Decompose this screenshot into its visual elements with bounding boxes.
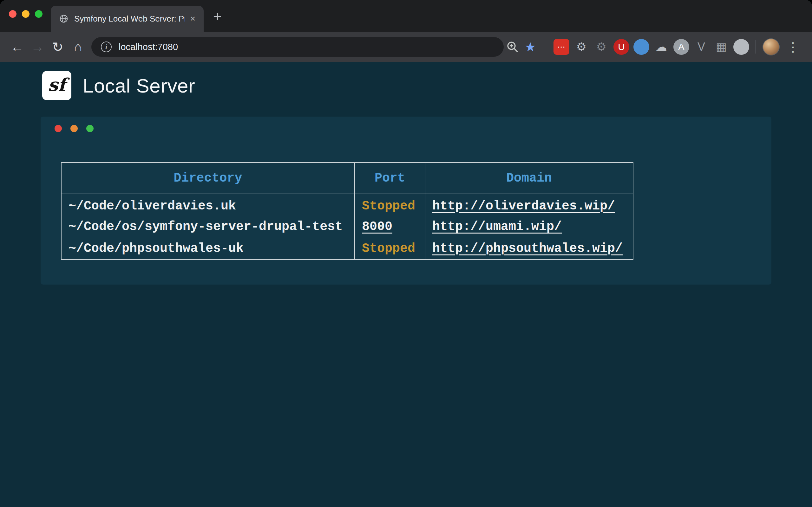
red-dot-icon <box>55 125 62 132</box>
column-header-port: Port <box>355 163 425 194</box>
table-row: ~/Code/phpsouthwales-uk Stopped http://p… <box>61 238 633 260</box>
site-info-icon[interactable]: i <box>101 42 112 52</box>
servers-table: Directory Port Domain ~/Code/oliverdavie… <box>61 162 633 260</box>
directory-cell: ~/Code/os/symfony-server-drupal-test <box>68 220 343 234</box>
globe-favicon-icon <box>59 14 68 23</box>
profile-avatar[interactable] <box>763 38 780 55</box>
gear-icon[interactable]: ⚙ <box>573 39 589 55</box>
domain-link[interactable]: http://umami.wip/ <box>432 220 562 234</box>
letter-a-extension-icon[interactable]: A <box>673 39 689 55</box>
orange-dot-icon <box>70 125 78 132</box>
reload-icon[interactable]: ↻ <box>48 37 68 57</box>
symfony-logo-glyph: sf <box>48 74 66 95</box>
table-header-row: Directory Port Domain <box>61 163 633 194</box>
toolbar-divider <box>756 40 756 54</box>
directory-cell: ~/Code/phpsouthwales-uk <box>68 241 244 256</box>
tab-close-icon[interactable]: × <box>190 14 195 23</box>
domain-link[interactable]: http://phpsouthwales.wip/ <box>432 241 623 256</box>
page-title: Local Server <box>83 74 195 97</box>
address-bar[interactable]: i localhost:7080 <box>91 37 504 57</box>
column-header-domain: Domain <box>425 163 633 194</box>
browser-tab[interactable]: Symfony Local Web Server: Prox × <box>51 6 204 32</box>
port-link[interactable]: 8000 <box>362 220 392 234</box>
browser-window: Symfony Local Web Server: Prox × + ← → ↻… <box>0 0 812 507</box>
forward-icon[interactable]: → <box>27 37 48 57</box>
symfony-logo: sf <box>42 71 71 100</box>
page-content: sf Local Server Directory Port Domain <box>0 62 812 507</box>
browser-menu-icon[interactable]: ⋮ <box>786 40 799 54</box>
server-panel: Directory Port Domain ~/Code/oliverdavie… <box>41 117 771 285</box>
directory-cell: ~/Code/oliverdavies.uk <box>68 199 236 213</box>
table-row: ~/Code/oliverdavies.uk Stopped http://ol… <box>61 194 633 216</box>
table-row: ~/Code/os/symfony-server-drupal-test 800… <box>61 216 633 238</box>
ublock-extension-icon[interactable]: U <box>613 39 629 55</box>
extensions-row: ⋯ ⚙ ⚙ U ☁ A V ▦ <box>554 39 749 55</box>
page-header: sf Local Server <box>42 71 812 100</box>
url-text[interactable]: localhost:7080 <box>119 42 178 52</box>
port-status: Stopped <box>362 241 415 256</box>
zoom-icon[interactable] <box>504 38 521 56</box>
red-dots-extension-icon[interactable]: ⋯ <box>554 39 569 55</box>
domain-link[interactable]: http://oliverdavies.wip/ <box>432 199 615 213</box>
port-status: Stopped <box>362 199 415 213</box>
terminal-window-dots <box>55 125 94 132</box>
macos-window-controls <box>9 10 43 18</box>
tab-strip: Symfony Local Web Server: Prox × + <box>0 0 812 32</box>
maximize-window-button[interactable] <box>35 10 43 18</box>
close-window-button[interactable] <box>9 10 16 18</box>
column-header-directory: Directory <box>61 163 355 194</box>
grid-extension-icon[interactable]: ▦ <box>713 39 729 55</box>
toolbar-right-cluster: ⋯ ⚙ ⚙ U ☁ A V ▦ ⋮ <box>554 38 805 55</box>
home-icon[interactable]: ⌂ <box>68 37 88 57</box>
new-tab-button[interactable]: + <box>213 9 222 23</box>
blue-circle-extension-icon[interactable] <box>633 39 649 55</box>
tab-title: Symfony Local Web Server: Prox <box>74 14 185 24</box>
browser-toolbar: ← → ↻ ⌂ i localhost:7080 ★ ⋯ ⚙ ⚙ U ☁ <box>0 32 812 62</box>
back-icon[interactable]: ← <box>7 37 27 57</box>
github-extension-icon[interactable] <box>733 39 749 55</box>
minimize-window-button[interactable] <box>22 10 30 18</box>
bookmark-star-icon[interactable]: ★ <box>521 38 539 56</box>
letter-v-extension-icon[interactable]: V <box>693 39 709 55</box>
green-dot-icon <box>86 125 94 132</box>
cloud-icon[interactable]: ☁ <box>653 39 669 55</box>
gear-dim-icon[interactable]: ⚙ <box>594 39 609 55</box>
